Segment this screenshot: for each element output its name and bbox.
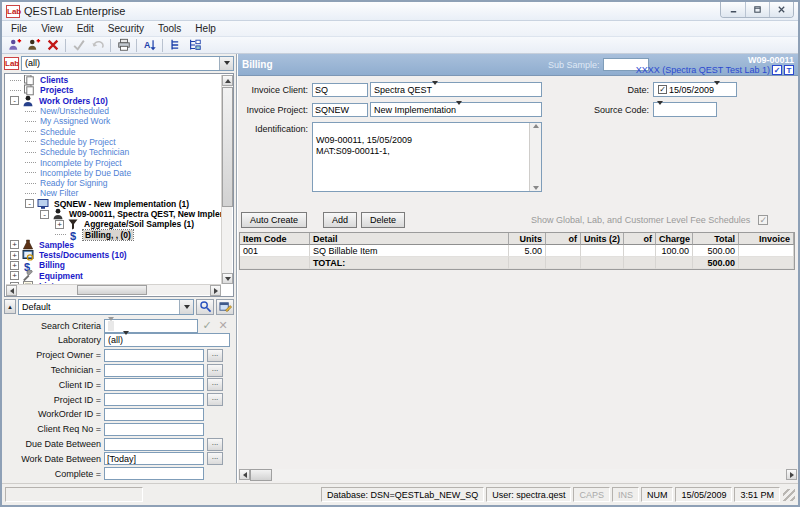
tree-item[interactable]: New/Unscheduled [6,106,221,116]
scroll-right-icon[interactable] [210,285,221,296]
clear-criteria-icon[interactable]: ✕ [216,319,230,333]
date-checkbox[interactable]: ✓ [658,85,667,94]
project-owner-browse-button[interactable]: ... [207,349,223,362]
scroll-up-icon[interactable] [533,124,539,128]
scroll-up-icon[interactable] [222,75,233,86]
column-header-of[interactable]: of [546,233,581,245]
resize-grip[interactable] [783,489,795,501]
tree-item[interactable]: +Aggregate/Soil Samples (1) [6,219,221,229]
laboratory-dropdown-icon[interactable] [123,335,129,345]
work-date-between-browse-button[interactable]: ... [207,452,223,465]
tree-hscroll-thumb[interactable] [77,285,147,295]
restore-button[interactable] [745,2,769,17]
tree-item[interactable]: -W09-00011, Spectra QEST, New Implementa… [6,209,221,219]
project-id-browse-button[interactable]: ... [207,393,223,406]
scroll-left-icon[interactable] [239,469,250,480]
add-button[interactable]: Add [323,212,357,228]
tree-item-label[interactable]: New/Unscheduled [38,106,111,116]
client-req-no-input[interactable] [104,423,204,436]
work-date-between-input[interactable] [104,452,204,465]
scroll-left-icon[interactable] [6,285,17,296]
technician-input[interactable] [104,364,204,377]
tree-item-label[interactable]: Samples [37,240,76,250]
edit-profile-button[interactable] [216,299,234,315]
column-header-item-code[interactable]: Item Code [240,233,310,245]
tree-view-button[interactable] [166,38,185,53]
tree-item-label[interactable]: Schedule [38,127,77,137]
tree-filter-combo[interactable]: (all) [21,56,234,71]
panel-hscroll-thumb[interactable] [250,469,272,481]
menu-view[interactable]: View [34,22,70,35]
tree-item[interactable]: My Assigned Work [6,116,221,126]
laboratory-combo[interactable]: (all) [104,333,230,347]
source-code-combo[interactable] [653,102,717,117]
tree-vscroll-thumb[interactable] [222,87,233,207]
tree-item-label[interactable]: Billing [37,260,67,270]
invoice-client-dropdown-icon[interactable] [432,85,438,95]
tree-item-label[interactable]: Projects [38,85,76,95]
identification-textarea[interactable]: W09-00011, 15/05/2009 MAT:S09-00011-1, [312,122,542,192]
tree-item[interactable]: +Tests/Documents (10) [6,250,221,260]
auto-create-button[interactable]: Auto Create [241,212,307,228]
client-id-input[interactable] [104,378,204,391]
tree-item[interactable]: Clients [6,75,221,85]
tree-item-label[interactable]: W09-00011, Spectra QEST, New Implementat… [67,209,221,219]
tree-item-label[interactable]: Schedule by Technician [38,147,131,157]
tree-item-label[interactable]: Clients [38,75,70,85]
tree-item-label[interactable]: Schedule by Project [38,137,118,147]
new-client-button[interactable] [5,38,24,53]
tree-item[interactable]: -SQNEW - New Implementation (1) [6,199,221,209]
expand-icon[interactable]: + [10,261,19,270]
invoice-project-dropdown-icon[interactable] [456,105,462,115]
print-button[interactable] [114,38,133,53]
technician-browse-button[interactable]: ... [207,364,223,377]
menu-tools[interactable]: Tools [151,22,188,35]
tree-options-button[interactable] [185,38,204,53]
expand-icon[interactable]: + [10,251,19,260]
tree-item-label[interactable]: Billing, , (0) [83,230,133,240]
tree-item[interactable]: -Work Orders (10) [6,96,221,106]
lab-checkbox-icon[interactable]: ✓ [772,65,782,75]
menu-help[interactable]: Help [188,22,223,35]
tree-item[interactable]: Schedule [6,126,221,136]
due-date-between-input[interactable] [104,438,204,451]
delete-button[interactable]: Delete [361,212,405,228]
tree-item-label[interactable]: Equipment [37,271,85,281]
expand-icon[interactable]: + [10,271,19,280]
tree-item-label[interactable]: SQNEW - New Implementation (1) [52,199,191,209]
tree-item[interactable]: Incomplete by Project [6,157,221,167]
column-header-units-2-[interactable]: Units (2) [581,233,624,245]
invoice-project-combo[interactable]: New Implementation [370,102,542,117]
menu-security[interactable]: Security [101,22,151,35]
tree-item[interactable]: Schedule by Project [6,137,221,147]
collapse-icon[interactable]: - [10,96,19,105]
column-header-invoice[interactable]: Invoice [739,233,794,245]
tree-item-label[interactable]: Incomplete by Project [38,158,124,168]
scroll-down-icon[interactable] [222,273,233,284]
tree-item[interactable]: +Samples [6,240,221,250]
workorder-id-input[interactable] [104,408,204,421]
date-dropdown-icon[interactable] [714,85,720,95]
date-combo[interactable]: ✓ 15/05/2009 [653,82,737,97]
lab-t-icon[interactable]: T [784,65,794,75]
column-header-total[interactable]: Total [693,233,739,245]
tree-item[interactable]: Schedule by Technician [6,147,221,157]
tree-vertical-scrollbar[interactable] [221,75,232,284]
apply-criteria-icon[interactable]: ✓ [200,319,214,333]
tree-item[interactable]: +Equipment [6,271,221,281]
source-code-dropdown-icon[interactable] [657,105,663,115]
column-header-of[interactable]: of [624,233,656,245]
tree-item[interactable]: Projects [6,85,221,95]
project-owner-input[interactable] [104,349,204,362]
column-header-charge[interactable]: Charge [656,233,693,245]
tree-item[interactable]: Ready for Signing [6,178,221,188]
tree-horizontal-scrollbar[interactable] [6,284,221,295]
tree-item[interactable]: Incomplete by Due Date [6,168,221,178]
tree-item[interactable]: +$Billing [6,260,221,270]
panel-horizontal-scrollbar[interactable] [239,469,797,481]
close-button[interactable] [769,2,793,17]
tree-item-label[interactable]: Work Orders (10) [37,96,110,106]
sort-button[interactable]: A [140,38,159,53]
collapse-search-button[interactable]: ▴ [4,299,16,314]
complete-input[interactable] [104,467,204,480]
